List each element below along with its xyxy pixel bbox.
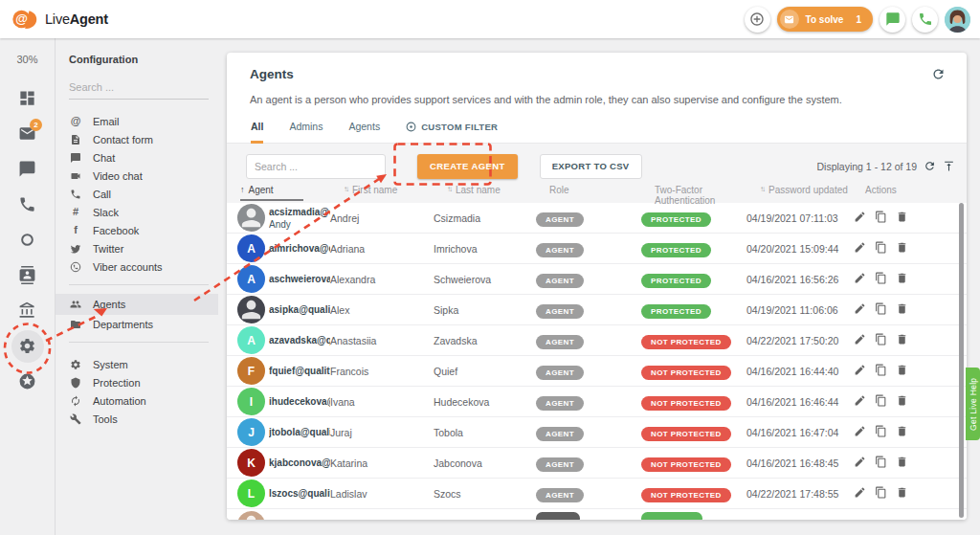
table-row[interactable]: Aazavadska@qualiAnastasiiaZavadskaAGENTN… [227, 325, 967, 356]
duplicate-agent-button[interactable] [873, 392, 889, 412]
create-agent-button[interactable]: CREATE AGENT [417, 154, 518, 179]
delete-agent-button[interactable] [894, 423, 910, 442]
chats-button[interactable] [880, 7, 905, 33]
table-row[interactable]: Aaimrichova@qualiAdrianaImrichovaAGENTPR… [227, 234, 967, 264]
table-row[interactable]: Ffquief@qualityuniFrancoisQuiefAGENTNOT … [227, 356, 967, 387]
tab-all[interactable]: All [251, 119, 263, 144]
table-row[interactable]: Aaschweierova@quAlexandraSchweierovaAGEN… [227, 264, 967, 295]
scroll-top-button[interactable] [943, 160, 955, 172]
two-factor-cell: PROTECTED [641, 209, 746, 227]
edit-agent-button[interactable] [852, 423, 868, 442]
column-header-first-name[interactable]: ↑↓First name [344, 185, 447, 195]
edit-agent-button[interactable] [852, 270, 868, 289]
config-item-twitter[interactable]: Twitter [69, 239, 209, 257]
tab-admins[interactable]: Admins [289, 119, 323, 143]
edit-agent-button[interactable] [852, 362, 868, 381]
liveagent-logo[interactable]: @ LiveAgent [12, 8, 108, 31]
table-row[interactable]: acsizmadia@qualAndyAndrejCsizmadiaAGENTP… [227, 203, 967, 234]
config-item-automation[interactable]: Automation [69, 391, 209, 410]
get-live-help-button[interactable]: Get Live Help [966, 368, 980, 440]
agent-email-cell: asipka@qualityun [269, 303, 330, 316]
delete-agent-button[interactable] [894, 270, 910, 289]
duplicate-agent-button[interactable] [873, 301, 889, 320]
duplicate-agent-button[interactable] [873, 423, 889, 442]
delete-agent-button[interactable] [894, 331, 910, 350]
rail-item-mail[interactable]: 2 [0, 116, 55, 151]
divider [69, 284, 209, 285]
duplicate-agent-button[interactable] [873, 270, 889, 289]
rail-item-star[interactable] [0, 364, 55, 399]
two-factor-badge: PROTECTED [641, 212, 711, 227]
config-item-call[interactable]: Call [69, 185, 209, 203]
edit-agent-button[interactable] [852, 301, 868, 320]
avatar-cell: A [227, 234, 269, 262]
config-item-departments[interactable]: Departments [69, 315, 209, 333]
calls-button[interactable] [912, 7, 938, 33]
edit-agent-button[interactable] [852, 239, 868, 258]
config-item-email[interactable]: @Email [69, 112, 209, 130]
edit-agent-button[interactable] [852, 454, 868, 473]
first-name-cell: Alex [330, 304, 434, 316]
config-item-system[interactable]: System [69, 355, 209, 373]
config-item-tools[interactable]: Tools [69, 410, 209, 428]
role-cell: AGENT [536, 301, 641, 319]
user-avatar[interactable] [945, 7, 970, 33]
config-item-facebook[interactable]: fFacebook [69, 221, 209, 239]
table-refresh-button[interactable] [924, 160, 936, 172]
config-item-protection[interactable]: Protection [69, 373, 209, 391]
column-header-agent[interactable]: ↑Agent [240, 185, 344, 201]
duplicate-agent-button[interactable] [873, 331, 889, 350]
rail-item-call[interactable] [0, 187, 55, 222]
delete-agent-button[interactable] [894, 209, 910, 228]
config-item-agents[interactable]: Agents [56, 294, 218, 315]
delete-agent-button[interactable] [894, 454, 910, 473]
duplicate-agent-button[interactable] [873, 454, 889, 473]
table-row[interactable]: Llszocs@qualityunLadislavSzocsAGENTNOT P… [227, 479, 967, 509]
rail-item-ring[interactable] [0, 222, 55, 257]
edit-agent-button[interactable] [852, 392, 868, 412]
delete-icon [896, 456, 908, 471]
delete-agent-button[interactable] [894, 484, 910, 503]
table-row[interactable]: asipka@qualityunAlexSipkaAGENTPROTECTED0… [227, 295, 967, 325]
config-item-slack[interactable]: #Slack [69, 203, 209, 221]
edit-agent-button[interactable] [852, 331, 868, 350]
config-search-input[interactable] [69, 81, 209, 100]
delete-agent-button[interactable] [894, 392, 910, 412]
table-row[interactable]: Jjtobola@qualityurJurajTobolaAGENTNOT PR… [227, 417, 967, 448]
edit-agent-button[interactable] [852, 209, 868, 228]
table-row[interactable]: Iihudecekova@quaIvanaHudecekovaAGENTNOT … [227, 387, 967, 417]
config-item-video-chat[interactable]: Video chat [69, 167, 209, 185]
refresh-button[interactable] [931, 67, 946, 84]
delete-agent-button[interactable] [894, 301, 910, 320]
column-header-role: Role [549, 185, 655, 195]
column-header-last-name[interactable]: ↑↓Last name [447, 185, 549, 195]
delete-agent-button[interactable] [894, 239, 910, 258]
export-csv-button[interactable]: EXPORT TO CSV [540, 154, 642, 179]
tab-agents[interactable]: Agents [348, 119, 380, 143]
rail-item-contacts[interactable] [0, 257, 55, 293]
duplicate-agent-button[interactable] [873, 484, 889, 503]
table-row[interactable] [227, 509, 967, 520]
rail-item-chat[interactable] [0, 151, 55, 187]
agent-email: jtobola@qualityur [269, 426, 330, 438]
delete-agent-button[interactable] [894, 362, 910, 381]
table-search-input[interactable] [246, 154, 386, 179]
tab-custom-filter[interactable]: CUSTOM FILTER [406, 119, 498, 143]
config-item-contact-form[interactable]: Contact form [69, 130, 209, 148]
table-scrollbar[interactable] [959, 203, 964, 518]
config-item-chat[interactable]: Chat [69, 148, 209, 167]
rail-item-gear[interactable] [0, 328, 55, 364]
column-header-password-updated[interactable]: ↑↓Password updated [760, 185, 865, 195]
rail-item-dashboard[interactable] [0, 80, 55, 116]
rail-item-bank[interactable] [0, 293, 55, 328]
duplicate-agent-button[interactable] [873, 239, 889, 258]
duplicate-agent-button[interactable] [873, 362, 889, 381]
gear-icon [18, 337, 36, 355]
table-row[interactable]: Kkjabconova@qualKatarinaJabconovaAGENTNO… [227, 448, 967, 479]
config-item-viber-accounts[interactable]: Viber accounts [69, 257, 209, 276]
to-solve-button[interactable]: To solve 1 [777, 7, 873, 32]
duplicate-agent-button[interactable] [873, 209, 889, 228]
edit-agent-button[interactable] [852, 484, 868, 503]
add-button[interactable] [745, 7, 770, 33]
edit-icon [854, 456, 866, 471]
